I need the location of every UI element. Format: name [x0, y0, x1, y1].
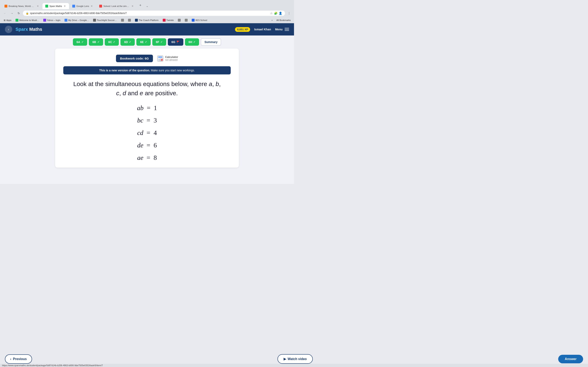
- calculator-status: Calculator not allowed: [165, 55, 178, 61]
- bookmark-apps-label: Apps: [6, 19, 11, 21]
- main-content: Bookwork code: 6G: [0, 49, 294, 184]
- bookmark-favicon-muslim: [16, 19, 18, 22]
- bookmarks-more-button[interactable]: »: [270, 18, 274, 22]
- bookmark-globe3[interactable]: [176, 18, 182, 22]
- calculator-not-allowed: not allowed: [165, 58, 178, 61]
- bookmark-favicon-globe4: [185, 19, 188, 22]
- question-text: Look at the simultaneous equations below…: [63, 79, 231, 98]
- tab-6B[interactable]: 6B ✓: [89, 38, 103, 46]
- back-button[interactable]: ←: [2, 10, 8, 16]
- bookmarks-bar: ⊞ Apps Welcome to Musli… Yahoo – login M…: [0, 17, 294, 23]
- menu-label: Menu: [275, 28, 283, 31]
- tab-6D-label: 6D: [124, 40, 128, 44]
- address-bar[interactable]: 🔒 sparxmaths.uk/student/package/5d87d14b…: [23, 11, 285, 16]
- bookmark-favicon-globe2: [128, 19, 131, 22]
- bookmark-touchtight-label: Touchtight Soccer…: [97, 19, 117, 21]
- tab-google-lens[interactable]: Google Lens ✕: [69, 3, 96, 9]
- bookmark-drive[interactable]: My Drive – Google…: [63, 18, 91, 22]
- all-bookmarks-button[interactable]: All Bookmarks: [275, 18, 292, 22]
- apps-icon: ⊞: [4, 19, 6, 22]
- hamburger-icon: [285, 28, 289, 31]
- bookmark-globe2[interactable]: [126, 18, 132, 22]
- new-tab-button[interactable]: +: [137, 2, 144, 9]
- tab-label-1: Breaking News, World News: [9, 5, 35, 7]
- equation-5: ae = 8: [137, 154, 157, 161]
- tab-label-4: Solved: Look at the simultan…: [103, 5, 130, 7]
- bookmark-yahoo[interactable]: Yahoo – login: [42, 18, 62, 22]
- tab-6F-label: 6F: [156, 40, 159, 44]
- bookmark-drive-label: My Drive – Google…: [68, 19, 89, 21]
- question-card: Bookwork code: 6G: [55, 49, 239, 167]
- check-icon-6E: ✓: [145, 41, 147, 43]
- equations: ab = 1 bc = 3 cd = 4 de = 6 ae = 8: [63, 104, 231, 161]
- bookmark-touchtight[interactable]: Touchtight Soccer…: [91, 18, 118, 22]
- check-icon-6C: ✓: [113, 41, 115, 43]
- tab-6E[interactable]: 6E ✓: [136, 38, 150, 46]
- equation-2: bc = 3: [137, 117, 157, 124]
- tab-6D[interactable]: 6D ✓: [121, 38, 135, 46]
- equation-1: ab = 1: [137, 104, 157, 112]
- more-options-button[interactable]: ⋮: [286, 10, 292, 16]
- user-name: Ismael Khan: [254, 28, 271, 31]
- tab-more-button[interactable]: ⌄: [144, 3, 150, 9]
- refresh-button[interactable]: ↻: [16, 10, 22, 16]
- tab-label-2: Sparx Maths: [49, 5, 62, 7]
- extension-icon[interactable]: 🧩: [274, 12, 277, 15]
- calculator-badge: Calculator not allowed: [157, 55, 178, 62]
- sparx-logo: Sparx Maths: [16, 27, 42, 32]
- tab-favicon-2: [45, 5, 48, 8]
- tab-favicon-4: [99, 5, 102, 8]
- tab-close-4[interactable]: ✕: [131, 5, 134, 8]
- bookmark-apps[interactable]: ⊞ Apps: [2, 18, 13, 22]
- flag-icon-6G: 🚩: [177, 41, 180, 43]
- svg-point-6: [160, 60, 161, 61]
- browser-chrome: Breaking News, World News ✕ Sparx Maths …: [0, 0, 294, 23]
- menu-group[interactable]: Menu: [275, 28, 289, 31]
- tab-summary[interactable]: Summary: [201, 38, 221, 46]
- tab-summary-label: Summary: [204, 40, 217, 44]
- bookmark-iies[interactable]: IIES School: [190, 18, 209, 22]
- tab-6A-label: 6A: [77, 40, 80, 44]
- forward-button[interactable]: →: [9, 10, 15, 16]
- sparx-header: ‹ Sparx Maths 8,651 XP Ismael Khan Menu: [0, 23, 294, 35]
- bookmark-coach[interactable]: The Coach Platform: [133, 18, 160, 22]
- bookmark-twinkle-label: Twinkle: [166, 19, 174, 21]
- bookmark-coach-label: The Coach Platform: [139, 19, 159, 21]
- bookmark-globe1[interactable]: [120, 18, 126, 22]
- bookmark-favicon-iies: [192, 19, 195, 22]
- tab-6A[interactable]: 6A ✓: [73, 38, 87, 46]
- tab-favicon-3: [72, 5, 75, 8]
- bookmark-muslim[interactable]: Welcome to Musli…: [14, 18, 41, 22]
- tab-close-1[interactable]: ✕: [36, 5, 39, 8]
- tab-close-3[interactable]: ✕: [90, 5, 93, 8]
- bookmark-favicon-globe3: [178, 19, 181, 22]
- bookmark-iies-label: IIES School: [195, 19, 207, 21]
- calculator-icon: [157, 55, 164, 62]
- profile-icon[interactable]: 👤: [279, 12, 282, 15]
- svg-point-3: [160, 59, 161, 60]
- svg-point-5: [159, 60, 159, 61]
- calculator-label: Calculator: [165, 55, 178, 58]
- bookmark-twinkle[interactable]: Twinkle: [161, 18, 176, 22]
- tab-close-2[interactable]: ✕: [63, 5, 66, 8]
- tab-6C[interactable]: 6C ✓: [105, 38, 119, 46]
- star-icon[interactable]: ☆: [270, 12, 273, 15]
- tab-6B-label: 6B: [93, 40, 96, 44]
- bookmark-globe4[interactable]: [183, 18, 189, 22]
- sparx-back-button[interactable]: ‹: [5, 26, 12, 33]
- tab-6G[interactable]: 6G 🚩: [168, 38, 183, 46]
- equation-4: de = 6: [137, 142, 157, 149]
- hamburger-line-3: [285, 30, 289, 31]
- tab-breaking-news[interactable]: Breaking News, World News ✕: [2, 3, 42, 9]
- tab-solved[interactable]: Solved: Look at the simultan… ✕: [96, 3, 137, 9]
- tab-6F[interactable]: 6F ✓: [152, 38, 166, 46]
- bookmark-favicon-touchtight: [93, 19, 96, 22]
- progress-tabs: 6A ✓ 6B ✓ 6C ✓ 6D ✓ 6E ✓ 6F ✓ 6G 🚩 6H ✓: [0, 35, 294, 49]
- tab-bar: Breaking News, World News ✕ Sparx Maths …: [0, 0, 294, 9]
- check-icon-6H: ✓: [193, 41, 195, 43]
- tab-sparx[interactable]: Sparx Maths ✕: [43, 3, 69, 9]
- hamburger-line-1: [285, 28, 289, 28]
- warning-banner: This is a new version of the question. M…: [63, 66, 231, 75]
- bookmark-favicon-twinkle: [163, 19, 165, 22]
- tab-6H[interactable]: 6H ✓: [185, 38, 199, 46]
